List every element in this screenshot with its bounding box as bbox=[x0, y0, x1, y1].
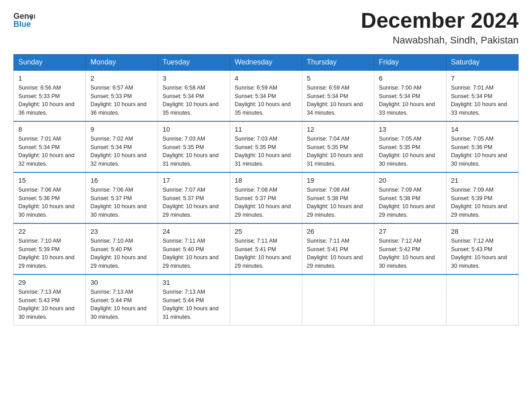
day-info: Sunrise: 7:05 AMSunset: 5:36 PMDaylight:… bbox=[451, 135, 514, 168]
calendar-cell: 19Sunrise: 7:08 AMSunset: 5:38 PMDayligh… bbox=[302, 172, 374, 223]
calendar-body: 1Sunrise: 6:56 AMSunset: 5:33 PMDaylight… bbox=[14, 70, 519, 325]
day-info: Sunrise: 7:09 AMSunset: 5:39 PMDaylight:… bbox=[451, 186, 514, 219]
day-number: 19 bbox=[307, 176, 369, 184]
day-info: Sunrise: 7:00 AMSunset: 5:34 PMDaylight:… bbox=[379, 84, 442, 117]
weekday-header-saturday: Saturday bbox=[446, 54, 519, 70]
title-block: December 2024 Nawabshah, Sindh, Pakistan bbox=[361, 9, 519, 46]
day-number: 7 bbox=[451, 74, 514, 82]
calendar-cell bbox=[374, 274, 446, 325]
calendar-cell: 17Sunrise: 7:07 AMSunset: 5:37 PMDayligh… bbox=[158, 172, 230, 223]
day-number: 3 bbox=[163, 74, 225, 82]
weekday-header-row: SundayMondayTuesdayWednesdayThursdayFrid… bbox=[14, 54, 519, 70]
day-info: Sunrise: 6:57 AMSunset: 5:33 PMDaylight:… bbox=[90, 84, 153, 117]
calendar-cell: 10Sunrise: 7:03 AMSunset: 5:35 PMDayligh… bbox=[158, 121, 230, 172]
calendar-cell: 9Sunrise: 7:02 AMSunset: 5:34 PMDaylight… bbox=[86, 121, 158, 172]
day-info: Sunrise: 7:13 AMSunset: 5:44 PMDaylight:… bbox=[163, 288, 225, 321]
weekday-header-sunday: Sunday bbox=[14, 54, 86, 70]
day-number: 12 bbox=[307, 125, 369, 133]
day-info: Sunrise: 7:08 AMSunset: 5:38 PMDaylight:… bbox=[307, 186, 369, 219]
weekday-header-tuesday: Tuesday bbox=[158, 54, 230, 70]
location-title: Nawabshah, Sindh, Pakistan bbox=[361, 34, 519, 46]
month-title: December 2024 bbox=[361, 9, 519, 33]
day-info: Sunrise: 6:58 AMSunset: 5:34 PMDaylight:… bbox=[163, 84, 225, 117]
day-number: 21 bbox=[451, 176, 514, 184]
day-info: Sunrise: 7:01 AMSunset: 5:34 PMDaylight:… bbox=[18, 135, 81, 168]
calendar-cell: 30Sunrise: 7:13 AMSunset: 5:44 PMDayligh… bbox=[86, 274, 158, 325]
calendar-cell: 6Sunrise: 7:00 AMSunset: 5:34 PMDaylight… bbox=[374, 70, 446, 121]
weekday-header-wednesday: Wednesday bbox=[230, 54, 302, 70]
day-number: 29 bbox=[18, 278, 81, 286]
day-number: 6 bbox=[379, 74, 442, 82]
day-number: 23 bbox=[90, 227, 153, 235]
day-number: 28 bbox=[451, 227, 514, 235]
svg-text:Blue: Blue bbox=[13, 20, 31, 29]
calendar-cell: 20Sunrise: 7:09 AMSunset: 5:38 PMDayligh… bbox=[374, 172, 446, 223]
day-info: Sunrise: 7:03 AMSunset: 5:35 PMDaylight:… bbox=[235, 135, 297, 168]
day-info: Sunrise: 7:04 AMSunset: 5:35 PMDaylight:… bbox=[307, 135, 369, 168]
day-number: 25 bbox=[235, 227, 297, 235]
day-info: Sunrise: 7:13 AMSunset: 5:44 PMDaylight:… bbox=[90, 288, 153, 321]
calendar-cell bbox=[230, 274, 302, 325]
calendar-cell: 28Sunrise: 7:12 AMSunset: 5:43 PMDayligh… bbox=[446, 223, 519, 274]
day-info: Sunrise: 7:12 AMSunset: 5:42 PMDaylight:… bbox=[379, 237, 442, 270]
logo: General Blue bbox=[13, 9, 35, 30]
calendar-week-row: 1Sunrise: 6:56 AMSunset: 5:33 PMDaylight… bbox=[14, 70, 519, 121]
day-info: Sunrise: 7:11 AMSunset: 5:40 PMDaylight:… bbox=[163, 237, 225, 270]
calendar-cell: 13Sunrise: 7:05 AMSunset: 5:35 PMDayligh… bbox=[374, 121, 446, 172]
day-number: 9 bbox=[90, 125, 153, 133]
day-number: 2 bbox=[90, 74, 153, 82]
calendar-table: SundayMondayTuesdayWednesdayThursdayFrid… bbox=[13, 54, 519, 325]
day-info: Sunrise: 7:11 AMSunset: 5:41 PMDaylight:… bbox=[235, 237, 297, 270]
day-info: Sunrise: 7:08 AMSunset: 5:37 PMDaylight:… bbox=[235, 186, 297, 219]
day-info: Sunrise: 7:05 AMSunset: 5:35 PMDaylight:… bbox=[379, 135, 442, 168]
calendar-cell: 2Sunrise: 6:57 AMSunset: 5:33 PMDaylight… bbox=[86, 70, 158, 121]
calendar-cell: 24Sunrise: 7:11 AMSunset: 5:40 PMDayligh… bbox=[158, 223, 230, 274]
day-number: 20 bbox=[379, 176, 442, 184]
day-info: Sunrise: 6:56 AMSunset: 5:33 PMDaylight:… bbox=[18, 84, 81, 117]
day-number: 27 bbox=[379, 227, 442, 235]
logo-icon: General Blue bbox=[13, 9, 35, 30]
day-number: 1 bbox=[18, 74, 81, 82]
day-info: Sunrise: 7:02 AMSunset: 5:34 PMDaylight:… bbox=[90, 135, 153, 168]
calendar-cell: 12Sunrise: 7:04 AMSunset: 5:35 PMDayligh… bbox=[302, 121, 374, 172]
day-info: Sunrise: 7:03 AMSunset: 5:35 PMDaylight:… bbox=[163, 135, 225, 168]
day-number: 14 bbox=[451, 125, 514, 133]
calendar-cell: 29Sunrise: 7:13 AMSunset: 5:43 PMDayligh… bbox=[14, 274, 86, 325]
calendar-cell bbox=[446, 274, 519, 325]
day-number: 24 bbox=[163, 227, 225, 235]
calendar-cell: 23Sunrise: 7:10 AMSunset: 5:40 PMDayligh… bbox=[86, 223, 158, 274]
day-number: 26 bbox=[307, 227, 369, 235]
day-info: Sunrise: 7:09 AMSunset: 5:38 PMDaylight:… bbox=[379, 186, 442, 219]
calendar-cell: 22Sunrise: 7:10 AMSunset: 5:39 PMDayligh… bbox=[14, 223, 86, 274]
calendar-cell bbox=[302, 274, 374, 325]
day-info: Sunrise: 7:06 AMSunset: 5:37 PMDaylight:… bbox=[90, 186, 153, 219]
calendar-cell: 1Sunrise: 6:56 AMSunset: 5:33 PMDaylight… bbox=[14, 70, 86, 121]
day-info: Sunrise: 7:10 AMSunset: 5:39 PMDaylight:… bbox=[18, 237, 81, 270]
day-number: 16 bbox=[90, 176, 153, 184]
day-number: 31 bbox=[163, 278, 225, 286]
calendar-cell: 16Sunrise: 7:06 AMSunset: 5:37 PMDayligh… bbox=[86, 172, 158, 223]
calendar-cell: 31Sunrise: 7:13 AMSunset: 5:44 PMDayligh… bbox=[158, 274, 230, 325]
calendar-cell: 14Sunrise: 7:05 AMSunset: 5:36 PMDayligh… bbox=[446, 121, 519, 172]
day-info: Sunrise: 7:01 AMSunset: 5:34 PMDaylight:… bbox=[451, 84, 514, 117]
day-info: Sunrise: 7:11 AMSunset: 5:41 PMDaylight:… bbox=[307, 237, 369, 270]
day-info: Sunrise: 6:59 AMSunset: 5:34 PMDaylight:… bbox=[235, 84, 297, 117]
day-info: Sunrise: 7:13 AMSunset: 5:43 PMDaylight:… bbox=[18, 288, 81, 321]
page-header: General Blue December 2024 Nawabshah, Si… bbox=[13, 9, 519, 46]
calendar-week-row: 22Sunrise: 7:10 AMSunset: 5:39 PMDayligh… bbox=[14, 223, 519, 274]
day-number: 10 bbox=[163, 125, 225, 133]
weekday-header-monday: Monday bbox=[86, 54, 158, 70]
calendar-cell: 18Sunrise: 7:08 AMSunset: 5:37 PMDayligh… bbox=[230, 172, 302, 223]
calendar-week-row: 15Sunrise: 7:06 AMSunset: 5:36 PMDayligh… bbox=[14, 172, 519, 223]
calendar-cell: 21Sunrise: 7:09 AMSunset: 5:39 PMDayligh… bbox=[446, 172, 519, 223]
day-info: Sunrise: 7:12 AMSunset: 5:43 PMDaylight:… bbox=[451, 237, 514, 270]
day-number: 17 bbox=[163, 176, 225, 184]
day-number: 22 bbox=[18, 227, 81, 235]
calendar-cell: 27Sunrise: 7:12 AMSunset: 5:42 PMDayligh… bbox=[374, 223, 446, 274]
day-number: 18 bbox=[235, 176, 297, 184]
calendar-cell: 7Sunrise: 7:01 AMSunset: 5:34 PMDaylight… bbox=[446, 70, 519, 121]
weekday-header-thursday: Thursday bbox=[302, 54, 374, 70]
day-number: 4 bbox=[235, 74, 297, 82]
day-info: Sunrise: 7:10 AMSunset: 5:40 PMDaylight:… bbox=[90, 237, 153, 270]
day-info: Sunrise: 6:59 AMSunset: 5:34 PMDaylight:… bbox=[307, 84, 369, 117]
